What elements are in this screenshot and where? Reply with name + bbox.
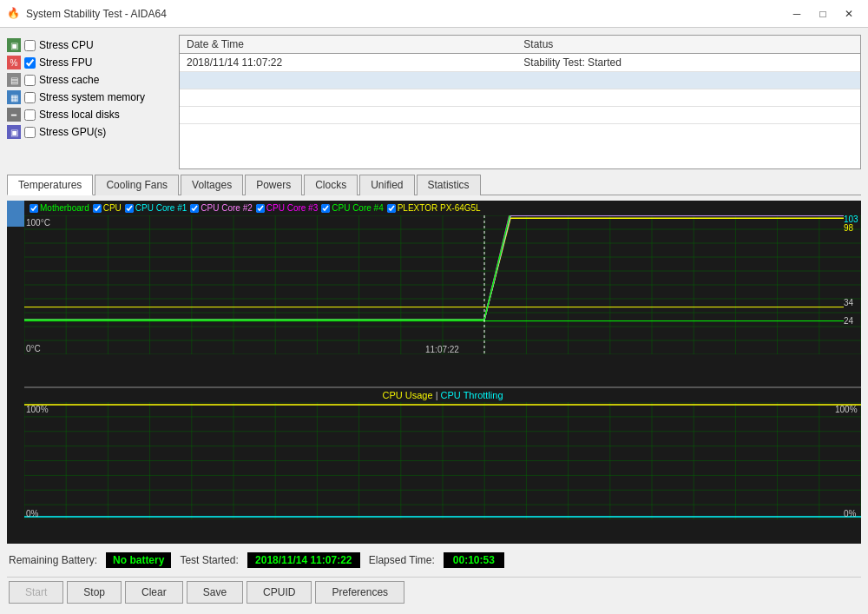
fpu-icon: %: [7, 56, 21, 69]
tab-cooling-fans[interactable]: Cooling Fans: [95, 175, 179, 195]
status-datetime: 2018/11/14 11:07:22: [180, 54, 516, 72]
save-button[interactable]: Save: [187, 581, 243, 604]
stress-cpu-item: ▣ Stress CPU: [7, 38, 172, 52]
title-bar: 🔥 System Stability Test - AIDA64 ─ □ ✕: [0, 0, 868, 28]
disk-icon: ━: [7, 108, 21, 122]
stress-gpu-label[interactable]: Stress GPU(s): [39, 126, 106, 138]
legend-core2: CPU Core #2: [190, 203, 252, 213]
cpu-chart-canvas: [24, 402, 861, 519]
stress-gpu-checkbox[interactable]: [24, 127, 36, 138]
main-content: ▣ Stress CPU % Stress FPU ▤ Stress cache…: [0, 28, 868, 614]
tab-clocks[interactable]: Clocks: [304, 175, 358, 195]
elapsed-label: Elapsed Time:: [369, 554, 435, 566]
charts-main: Motherboard CPU CPU Core #1 CPU Core #2: [24, 201, 861, 544]
legend-core3-label: CPU Core #3: [266, 203, 318, 213]
legend-core3: CPU Core #3: [256, 203, 318, 213]
temperature-chart: Motherboard CPU CPU Core #1 CPU Core #2: [24, 201, 861, 388]
stress-options-panel: ▣ Stress CPU % Stress FPU ▤ Stress cache…: [7, 35, 172, 169]
legend-plextor-label: PLEXTOR PX-64G5L: [398, 203, 481, 213]
chart-legend: Motherboard CPU CPU Core #1 CPU Core #2: [24, 201, 861, 215]
test-started-label: Test Started:: [180, 554, 238, 566]
stress-gpu-item: ▣ Stress GPU(s): [7, 125, 172, 139]
tab-voltages[interactable]: Voltages: [181, 175, 243, 195]
window-title: System Stability Test - AIDA64: [26, 8, 785, 20]
stress-disk-checkbox[interactable]: [24, 109, 36, 121]
cpuid-button[interactable]: CPUID: [247, 581, 312, 604]
legend-core4-cb[interactable]: [321, 204, 330, 213]
legend-core1: CPU Core #1: [125, 203, 187, 213]
legend-core1-cb[interactable]: [125, 204, 134, 213]
legend-motherboard-cb[interactable]: [30, 204, 38, 213]
sidebar-nav-item[interactable]: [7, 201, 24, 227]
stop-button[interactable]: Stop: [67, 581, 122, 604]
legend-cpu: CPU: [93, 203, 122, 213]
stress-cache-checkbox[interactable]: [24, 75, 36, 86]
status-value: Stability Test: Started: [516, 54, 860, 72]
cpu-icon: ▣: [7, 38, 21, 52]
gpu-icon: ▣: [7, 125, 21, 139]
legend-core2-label: CPU Core #2: [201, 203, 252, 213]
stress-cache-label[interactable]: Stress cache: [39, 74, 99, 86]
stress-fpu-label[interactable]: Stress FPU: [39, 56, 92, 69]
clear-button[interactable]: Clear: [125, 581, 183, 604]
tab-statistics[interactable]: Statistics: [417, 175, 481, 195]
stress-cache-item: ▤ Stress cache: [7, 73, 172, 87]
stress-fpu-checkbox[interactable]: [24, 57, 36, 69]
tab-temperatures[interactable]: Temperatures: [7, 175, 93, 195]
status-table-container: Date & Time Status 2018/11/14 11:07:22 S…: [179, 35, 861, 169]
preferences-button[interactable]: Preferences: [315, 581, 404, 604]
minimize-button[interactable]: ─: [785, 5, 809, 23]
legend-cpu-cb[interactable]: [93, 204, 102, 213]
tab-unified[interactable]: Unified: [359, 175, 414, 195]
stress-fpu-item: % Stress FPU: [7, 56, 172, 69]
cpu-usage-chart: CPU Usage | CPU Throttling: [24, 388, 861, 544]
legend-core3-cb[interactable]: [256, 204, 265, 213]
tabs-container: Temperatures Cooling Fans Voltages Power…: [7, 175, 861, 195]
stress-mem-checkbox[interactable]: [24, 92, 36, 103]
test-started-value: 2018/11/14 11:07:22: [247, 552, 360, 568]
legend-core1-label: CPU Core #1: [135, 203, 187, 213]
legend-core4: CPU Core #4: [321, 203, 383, 213]
legend-motherboard-label: Motherboard: [40, 203, 89, 213]
legend-core2-cb[interactable]: [190, 204, 199, 213]
cpu-throttle-label: CPU Throttling: [441, 390, 503, 400]
stress-cpu-label[interactable]: Stress CPU: [39, 39, 94, 51]
tabs-wrapper: Temperatures Cooling Fans Voltages Power…: [7, 175, 861, 195]
start-button[interactable]: Start: [9, 581, 63, 604]
col-datetime: Date & Time: [180, 36, 516, 54]
charts-with-sidebar: Motherboard CPU CPU Core #1 CPU Core #2: [7, 201, 861, 544]
stress-disk-label[interactable]: Stress local disks: [39, 109, 120, 121]
legend-cpu-label: CPU: [103, 203, 122, 213]
temp-chart-canvas: [24, 215, 861, 354]
window-controls: ─ □ ✕: [785, 5, 861, 23]
button-bar: Start Stop Clear Save CPUID Preferences: [7, 577, 861, 607]
stress-mem-item: ▦ Stress system memory: [7, 90, 172, 104]
legend-plextor: PLEXTOR PX-64G5L: [387, 203, 481, 213]
battery-label: Remaining Battery:: [9, 554, 97, 566]
app-icon: 🔥: [7, 7, 21, 21]
elapsed-value: 00:10:53: [444, 552, 504, 568]
legend-motherboard: Motherboard: [30, 203, 89, 213]
col-status: Status: [516, 36, 860, 54]
mem-icon: ▦: [7, 90, 21, 104]
stress-disk-item: ━ Stress local disks: [7, 108, 172, 122]
cpu-usage-label: CPU Usage: [383, 390, 433, 400]
battery-value: No battery: [106, 552, 171, 568]
status-row-1: 2018/11/14 11:07:22 Stability Test: Star…: [180, 54, 860, 72]
cache-icon: ▤: [7, 73, 21, 87]
legend-plextor-cb[interactable]: [387, 204, 396, 213]
tab-powers[interactable]: Powers: [245, 175, 302, 195]
stress-mem-label[interactable]: Stress system memory: [39, 91, 145, 103]
top-section: ▣ Stress CPU % Stress FPU ▤ Stress cache…: [7, 35, 861, 169]
maximize-button[interactable]: □: [811, 5, 835, 23]
stress-cpu-checkbox[interactable]: [24, 40, 36, 51]
status-table: Date & Time Status 2018/11/14 11:07:22 S…: [180, 36, 860, 124]
sidebar-nav: [7, 201, 24, 544]
legend-core4-label: CPU Core #4: [332, 203, 383, 213]
close-button[interactable]: ✕: [837, 5, 861, 23]
status-bar: Remaining Battery: No battery Test Start…: [7, 549, 861, 571]
